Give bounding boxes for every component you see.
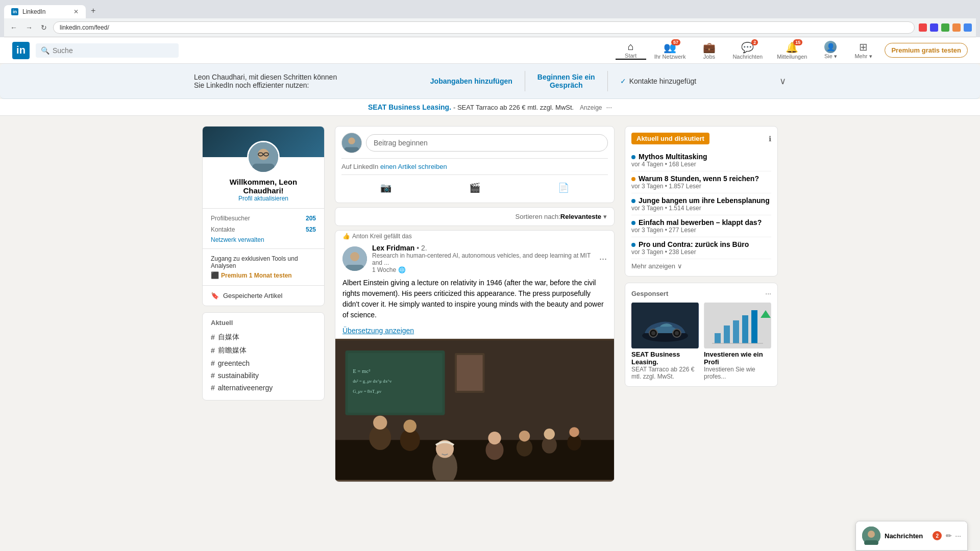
main-container: Willkommen, Leon Chaudhari! Profil aktua… (194, 116, 786, 496)
trending-info-icon[interactable]: ℹ (769, 135, 771, 143)
onboarding-action3-label: Kontakte hinzugefügt (629, 77, 697, 85)
trending-more-button[interactable]: Mehr anzeigen ∨ (631, 259, 771, 270)
trending-meta-2: vor 3 Tagen • 1.857 Leser (631, 183, 771, 190)
video-action-button[interactable]: 🎬 (463, 179, 486, 196)
nav-item-mitteilungen[interactable]: 🔔 15 Mitteilungen (771, 41, 813, 60)
trending-dot-1 (631, 155, 635, 159)
search-input[interactable] (53, 46, 174, 55)
hashtag-icon-5: # (211, 384, 215, 392)
new-tab-button[interactable]: + (87, 3, 100, 18)
browser-tab[interactable]: in LinkedIn ✕ (4, 5, 86, 18)
linkedin-logo[interactable]: in (12, 42, 30, 59)
post-activity-text: Anton Kreil gefällt das (352, 233, 412, 240)
extension-icon-4[interactable] (952, 23, 961, 32)
profile-update-link[interactable]: Profil aktualisieren (211, 195, 316, 202)
sponsored-desc-invest: Investieren Sie wie profes... (704, 366, 771, 380)
onboarding-conversation-button[interactable]: Beginnen Sie ein Gespräch (537, 73, 595, 89)
notifications-icon: 🔔 15 (786, 41, 798, 54)
svg-text:E = mc²: E = mc² (353, 368, 370, 374)
nav-item-mehr[interactable]: ⊞ Mehr ▾ (848, 41, 878, 60)
search-bar: 🔍 (36, 43, 179, 58)
ad-brand-label[interactable]: SEAT Business Leasing. (368, 103, 451, 111)
trending-dot-4 (631, 221, 635, 225)
hashtag-item-5[interactable]: # alternativeenergy (211, 382, 316, 394)
premium-button[interactable]: Premium gratis testen (885, 43, 968, 58)
svg-point-39 (651, 331, 655, 335)
svg-rect-45 (733, 320, 739, 343)
stat-row-contacts[interactable]: Kontakte 525 (211, 224, 316, 235)
hashtag-label-2: 前瞻媒体 (218, 346, 247, 355)
svg-rect-47 (751, 310, 757, 343)
profile-premium-section[interactable]: Zugang zu exklusiven Tools und Analysen … (203, 248, 324, 285)
tab-close-button[interactable]: ✕ (74, 8, 79, 15)
nav-label-mitteilungen: Mitteilungen (777, 54, 807, 60)
onboarding-jobs-button[interactable]: Jobangaben hinzufügen (430, 77, 512, 85)
premium-try-label[interactable]: Premium 1 Monat testen (221, 272, 292, 279)
extension-icon-3[interactable] (941, 23, 949, 32)
browser-toolbar: ← → ↻ (4, 18, 976, 37)
sort-value[interactable]: Relevanteste (560, 213, 601, 220)
trending-item-5[interactable]: Pro und Contra: zurück ins Büro vor 3 Ta… (631, 237, 771, 259)
more-grid-icon: ⊞ (859, 41, 868, 53)
home-icon: ⌂ (628, 41, 634, 53)
svg-point-23 (373, 416, 387, 430)
network-manage-link[interactable]: Netzwerk verwalten (211, 235, 316, 244)
onboarding-banner: Leon Chaudhari, mit diesen Schritten kön… (0, 64, 980, 99)
onboarding-collapse-button[interactable]: ∨ (779, 76, 786, 87)
extension-icon-1[interactable] (919, 23, 927, 32)
post-more-button[interactable]: ··· (599, 254, 607, 264)
nav-item-sie[interactable]: 👤 Sie ▾ (815, 41, 846, 60)
hashtag-item-4[interactable]: # sustainability (211, 369, 316, 382)
extension-icon-5[interactable] (964, 23, 972, 32)
profile-avatar-wrap (247, 141, 280, 173)
composer-top: Beitrag beginnen (341, 133, 608, 153)
photo-action-button[interactable]: 📷 (374, 179, 398, 196)
tab-favicon: in (11, 8, 18, 15)
extension-icon-2[interactable] (930, 23, 938, 32)
trending-item-4[interactable]: Einfach mal bewerben – klappt das? vor 3… (631, 215, 771, 237)
trending-item-1[interactable]: Mythos Multitasking vor 4 Tagen • 168 Le… (631, 149, 771, 171)
post-author-name[interactable]: Lex Fridman • 2. (372, 244, 594, 252)
hashtag-item-1[interactable]: # 自媒体 (211, 331, 316, 344)
trending-title-4: Einfach mal bewerben – klappt das? (639, 218, 762, 227)
stat-value-visitors: 205 (306, 215, 316, 222)
hashtag-label-4: sustainability (218, 371, 259, 380)
trending-item-2[interactable]: Warum 8 Stunden, wenn 5 reichen? vor 3 T… (631, 171, 771, 193)
onboarding-divider-1 (525, 71, 525, 91)
trending-title-1: Mythos Multitasking (639, 153, 707, 161)
trending-dot-2 (631, 177, 635, 181)
sponsored-items: SEAT Business Leasing. SEAT Tarraco ab 2… (631, 303, 771, 380)
trending-meta-3: vor 3 Tagen • 1.514 Leser (631, 205, 771, 212)
trending-item-3[interactable]: Junge bangen um ihre Lebensplanung vor 3… (631, 193, 771, 215)
sponsored-item-invest[interactable]: Investieren wie ein Profi Investieren Si… (704, 303, 771, 380)
nav-item-start[interactable]: ⌂ Start (616, 41, 646, 60)
ad-more-button[interactable]: ··· (606, 103, 612, 111)
netzwerk-badge: 57 (671, 39, 680, 45)
address-bar[interactable] (53, 21, 915, 34)
forward-button[interactable]: → (23, 22, 35, 33)
article-action-button[interactable]: 📄 (552, 179, 575, 196)
hashtag-item-2[interactable]: # 前瞻媒体 (211, 344, 316, 357)
back-button[interactable]: ← (8, 22, 19, 33)
composer-input[interactable]: Beitrag beginnen (366, 134, 608, 152)
article-prefix: Auf LinkedIn (341, 163, 380, 170)
linkedin-navbar: in 🔍 ⌂ Start 👥 57 Ihr Netzwerk 💼 Jobs 💬 … (0, 37, 980, 64)
nav-item-netzwerk[interactable]: 👥 57 Ihr Netzwerk (648, 41, 692, 60)
composer-actions: 📷 🎬 📄 (341, 174, 608, 196)
sponsored-item-seat[interactable]: SEAT Business Leasing. SEAT Tarraco ab 2… (631, 303, 699, 380)
sponsored-more-button[interactable]: ··· (765, 289, 771, 297)
trending-header: Aktuell und diskutiert ℹ (631, 133, 771, 144)
nav-item-jobs[interactable]: 💼 Jobs (694, 41, 724, 60)
stat-row-visitors[interactable]: Profilbesucher 205 (211, 213, 316, 224)
sponsored-name-invest: Investieren wie ein Profi (704, 350, 771, 366)
sponsored-image-seat (631, 303, 699, 348)
nav-item-nachrichten[interactable]: 💬 2 Nachrichten (726, 41, 769, 60)
translate-link[interactable]: Übersetzung anzeigen (335, 327, 614, 339)
saved-articles-link[interactable]: 🔖 Gespeicherte Artikel (203, 285, 324, 306)
refresh-button[interactable]: ↻ (39, 22, 49, 33)
article-link-anchor[interactable]: einen Artikel schreiben (380, 163, 447, 170)
onboarding-text: Leon Chaudhari, mit diesen Schritten kön… (194, 73, 347, 89)
post-author-avatar[interactable] (342, 246, 367, 271)
tab-title: LinkedIn (22, 8, 69, 15)
hashtag-item-3[interactable]: # greentech (211, 357, 316, 369)
